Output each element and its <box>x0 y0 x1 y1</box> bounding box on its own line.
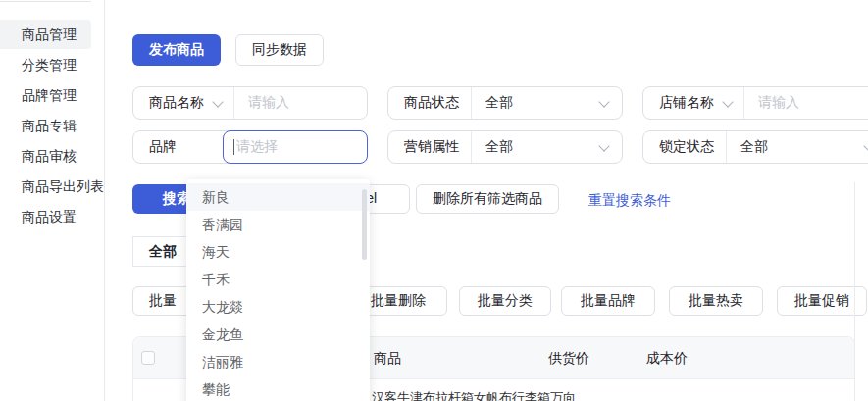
dropdown-item-brand[interactable]: 千禾 <box>186 266 370 293</box>
dropdown-item-brand[interactable]: 洁丽雅 <box>186 348 370 376</box>
product-management-page: 商品管理 分类管理 品牌管理 商品专辑 商品审核 商品导出列表 商品设置 发布商… <box>0 0 868 401</box>
delete-filtered-button[interactable]: 删除所有筛选商品 <box>416 184 559 214</box>
batch-hot-sale-button[interactable]: 批量热卖 <box>669 286 763 316</box>
sync-data-button[interactable]: 同步数据 <box>235 34 324 66</box>
column-header-product: 商品 <box>374 350 401 368</box>
dropdown-item-brand[interactable]: 大龙燚 <box>186 293 370 321</box>
product-name-field-selector[interactable]: 商品名称 <box>133 94 233 112</box>
brand-label: 品牌 <box>133 138 188 156</box>
shop-name-input[interactable]: 请输入 <box>744 94 799 112</box>
sidebar-item-category-management[interactable]: 分类管理 <box>0 50 91 79</box>
content-right-border <box>854 182 855 401</box>
column-header-supply-price: 供货价 <box>548 350 589 368</box>
product-name-filter: 商品名称 请输入 <box>132 86 368 120</box>
brand-select-input[interactable]: 请选择 <box>223 130 368 164</box>
select-all-checkbox[interactable] <box>141 351 155 365</box>
chevron-down-icon <box>598 140 609 151</box>
batch-brand-button[interactable]: 批量品牌 <box>561 286 655 316</box>
table-row-product-name: 汉客牛津布拉杆箱女帆布行李箱万向 <box>372 389 576 401</box>
lock-status-filter[interactable]: 锁定状态 全部 <box>642 130 868 164</box>
shop-name-label: 店铺名称 <box>659 94 714 112</box>
dropdown-item-brand[interactable]: 海天 <box>186 238 370 266</box>
dropdown-item-brand[interactable]: 香满园 <box>186 211 370 238</box>
text-cursor <box>233 139 234 155</box>
marketing-attr-label: 营销属性 <box>388 138 471 156</box>
product-status-label: 商品状态 <box>388 94 471 112</box>
sidebar-item-product-album[interactable]: 商品专辑 <box>0 111 91 140</box>
shop-name-field-selector[interactable]: 店铺名称 <box>643 94 743 112</box>
batch-category-button[interactable]: 批量分类 <box>459 286 551 316</box>
lock-status-value: 全部 <box>727 138 768 156</box>
dropdown-item-brand[interactable]: 攀能 <box>186 376 370 401</box>
chevron-down-icon <box>598 96 609 107</box>
brand-dropdown-menu: 新良 香满园 海天 千禾 大龙燚 金龙鱼 洁丽雅 攀能 <box>186 179 370 401</box>
sidebar-item-product-management[interactable]: 商品管理 <box>0 20 91 49</box>
sidebar: 商品管理 分类管理 品牌管理 商品专辑 商品审核 商品导出列表 商品设置 <box>0 0 105 401</box>
marketing-attr-value: 全部 <box>472 138 513 156</box>
product-name-input[interactable]: 请输入 <box>234 94 289 112</box>
sidebar-item-product-review[interactable]: 商品审核 <box>0 141 91 171</box>
column-header-cost-price: 成本价 <box>646 350 688 368</box>
sidebar-item-product-settings[interactable]: 商品设置 <box>0 202 91 231</box>
product-status-value: 全部 <box>472 94 513 112</box>
reset-search-link[interactable]: 重置搜索条件 <box>588 192 671 210</box>
publish-product-button[interactable]: 发布商品 <box>132 34 221 66</box>
shop-name-filter: 店铺名称 请输入 <box>642 86 868 120</box>
chevron-down-icon <box>863 140 868 151</box>
dropdown-item-brand[interactable]: 金龙鱼 <box>186 321 370 348</box>
scrollbar-thumb[interactable] <box>362 189 367 260</box>
marketing-attr-filter[interactable]: 营销属性 全部 <box>387 130 623 164</box>
tab-all[interactable]: 全部 <box>132 236 193 267</box>
brand-placeholder: 请选择 <box>236 138 278 156</box>
lock-status-label: 锁定状态 <box>643 138 726 156</box>
sidebar-item-brand-management[interactable]: 品牌管理 <box>0 80 91 110</box>
sidebar-divider <box>0 1 91 2</box>
chevron-down-icon <box>212 96 223 107</box>
brand-filter: 品牌 请选择 <box>132 130 368 164</box>
sidebar-item-product-export-list[interactable]: 商品导出列表 <box>0 172 91 201</box>
product-name-label: 商品名称 <box>149 94 204 112</box>
product-status-filter[interactable]: 商品状态 全部 <box>387 86 623 120</box>
dropdown-item-brand[interactable]: 新良 <box>186 183 370 211</box>
chevron-down-icon <box>722 96 733 107</box>
